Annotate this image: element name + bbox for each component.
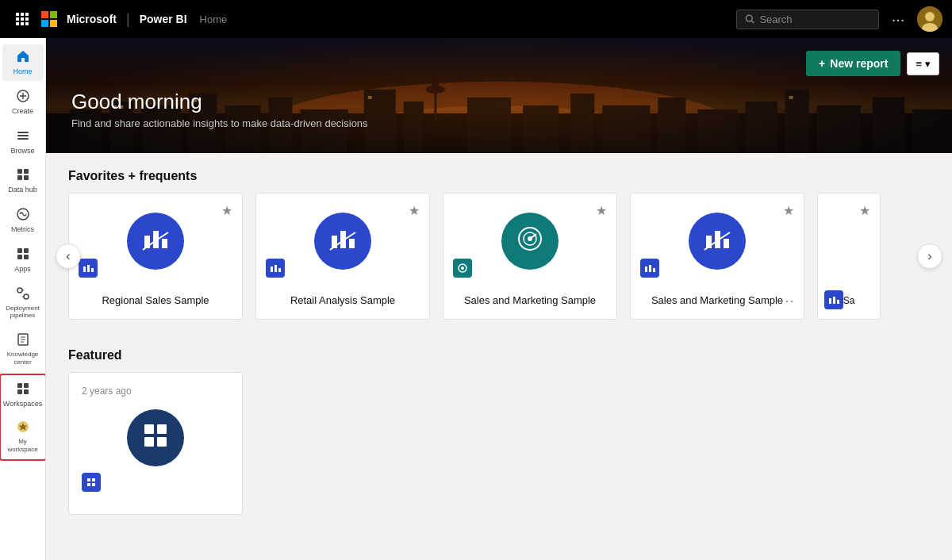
svg-rect-99 <box>837 300 839 304</box>
svg-rect-28 <box>24 255 29 259</box>
sidebar-item-data-hub[interactable]: Data hub <box>2 163 44 199</box>
data-hub-icon <box>16 167 30 184</box>
list-item: ★ Sales and Marketing Sample <box>443 193 617 320</box>
svg-rect-2 <box>25 13 29 16</box>
more-options-icon[interactable]: ··· <box>885 6 911 32</box>
sidebar-item-my-workspace[interactable]: My workspace <box>2 415 44 458</box>
card-label: Regional Sales Sample <box>102 294 209 306</box>
bar-chart-icon <box>703 224 731 259</box>
content-area: Good morning Find and share actionable i… <box>46 38 952 560</box>
svg-rect-75 <box>162 239 167 248</box>
apps-icon <box>16 247 30 263</box>
svg-rect-19 <box>17 138 29 140</box>
svg-rect-84 <box>278 268 281 272</box>
avatar[interactable] <box>917 6 942 32</box>
card-type-badge <box>453 259 472 278</box>
view-toggle-button[interactable]: ≡ ▾ <box>907 52 939 75</box>
svg-line-10 <box>751 21 754 23</box>
create-icon <box>16 89 30 105</box>
favorite-star-icon[interactable]: ★ <box>409 203 420 218</box>
card-type-badge <box>266 259 285 278</box>
svg-rect-5 <box>25 17 29 21</box>
favorites-carousel: ‹ ★ Regional Sales Sample <box>68 193 930 320</box>
sidebar-label-browse: Browse <box>10 147 34 155</box>
sidebar-label-metrics: Metrics <box>11 225 34 234</box>
workspaces-icon <box>16 382 30 398</box>
svg-rect-23 <box>24 175 29 180</box>
favorite-star-icon[interactable]: ★ <box>859 203 870 218</box>
sidebar-label-home: Home <box>13 67 32 76</box>
svg-rect-20 <box>17 169 22 174</box>
sidebar-item-knowledge[interactable]: Knowledge center <box>2 328 44 370</box>
card-icon-circle <box>127 213 184 270</box>
my-workspace-icon <box>16 420 30 436</box>
sidebar-label-deployment: Deployment pipelines <box>6 305 40 320</box>
favorite-star-icon[interactable]: ★ <box>596 203 607 218</box>
svg-rect-25 <box>17 248 22 253</box>
deployment-icon <box>16 286 30 303</box>
hero-subtitle: Find and share actionable insights to ma… <box>71 117 368 129</box>
card-icon-circle <box>127 409 184 466</box>
featured-title: Featured <box>68 348 930 362</box>
svg-rect-101 <box>157 424 167 434</box>
featured-cards-row: 2 years ago <box>68 372 930 515</box>
svg-rect-107 <box>92 483 95 486</box>
carousel-prev-button[interactable]: ‹ <box>56 244 81 269</box>
carousel-next-button[interactable]: › <box>917 244 942 269</box>
svg-rect-21 <box>24 169 29 174</box>
hero-text: Good morning Find and share actionable i… <box>71 90 368 129</box>
svg-rect-0 <box>16 13 19 16</box>
plus-icon: + <box>819 57 825 70</box>
svg-rect-105 <box>92 478 95 481</box>
favorite-star-icon[interactable]: ★ <box>221 203 232 218</box>
svg-rect-81 <box>349 239 355 248</box>
sidebar-item-deployment[interactable]: Deployment pipelines <box>2 282 44 324</box>
svg-rect-40 <box>24 389 29 394</box>
card-icon-circle <box>314 213 371 270</box>
timestamp-label: 2 years ago <box>82 385 229 397</box>
avatar-image <box>917 6 942 32</box>
waffle-icon[interactable] <box>10 6 35 32</box>
product-name: Power BI <box>140 13 187 25</box>
card-type-badge <box>824 290 843 309</box>
sidebar-item-browse[interactable]: Browse <box>2 124 44 160</box>
browse-icon <box>16 128 30 145</box>
search-bar[interactable] <box>736 10 879 29</box>
sidebar-item-home[interactable]: Home <box>2 44 44 81</box>
home-icon <box>16 49 30 66</box>
main-layout: Home Create Browse Data hub Metrics <box>0 38 952 560</box>
sidebar-label-data-hub: Data hub <box>8 186 37 194</box>
svg-rect-1 <box>21 13 24 16</box>
page-name: Home <box>200 13 228 25</box>
hero-banner: Good morning Find and share actionable i… <box>46 38 952 153</box>
list-item: ★ ⋯ Sales and Marketing Sample <box>630 193 804 320</box>
grid-icon <box>141 421 170 455</box>
svg-rect-103 <box>157 437 167 447</box>
sidebar-label-workspaces: Workspaces <box>3 400 42 408</box>
sidebar-item-metrics[interactable]: Metrics <box>2 202 44 239</box>
hero-title: Good morning <box>71 90 368 114</box>
favorites-title: Favorites + frequents <box>68 169 930 183</box>
sidebar-item-create[interactable]: Create <box>2 84 44 121</box>
svg-rect-6 <box>16 22 19 25</box>
sidebar-item-apps[interactable]: Apps <box>2 242 44 278</box>
svg-point-9 <box>746 15 752 21</box>
gauge-icon <box>516 224 544 259</box>
topbar: Microsoft | Power BI Home ··· <box>0 0 952 38</box>
sidebar: Home Create Browse Data hub Metrics <box>0 38 46 560</box>
svg-rect-82 <box>271 267 273 272</box>
svg-rect-97 <box>829 298 831 304</box>
list-item: ★ Sa <box>817 193 881 320</box>
search-input[interactable] <box>759 13 870 25</box>
svg-rect-94 <box>645 267 647 272</box>
svg-rect-78 <box>91 268 94 272</box>
svg-rect-93 <box>724 239 729 248</box>
favorite-star-icon[interactable]: ★ <box>783 203 794 218</box>
sidebar-item-workspaces[interactable]: Workspaces <box>2 377 44 413</box>
new-report-button[interactable]: + New report <box>806 51 900 76</box>
card-more-icon[interactable]: ⋯ <box>780 292 794 309</box>
svg-rect-37 <box>17 383 22 388</box>
featured-section: Featured 2 years ago <box>46 332 952 527</box>
list-icon: ≡ <box>916 58 922 70</box>
svg-rect-38 <box>24 383 29 388</box>
